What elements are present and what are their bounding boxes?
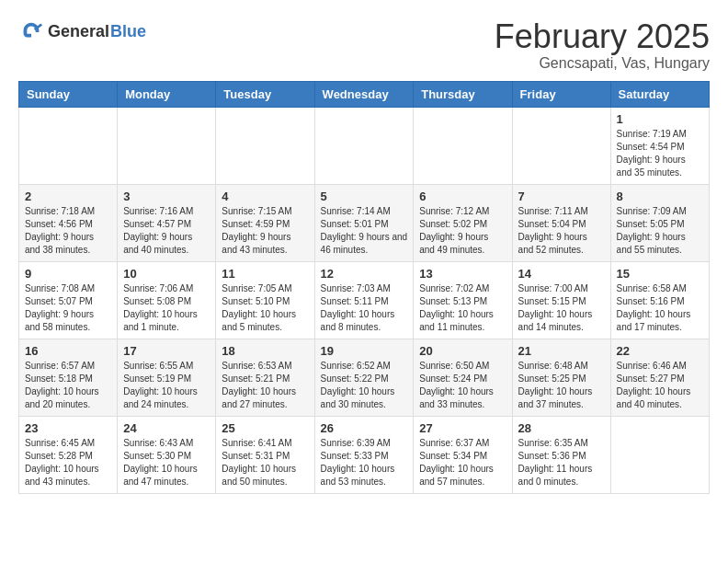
calendar-cell-w4-d0: 23Sunrise: 6:45 AM Sunset: 5:28 PM Dayli… xyxy=(19,416,118,493)
day-info: Sunrise: 6:41 AM Sunset: 5:31 PM Dayligh… xyxy=(222,437,308,488)
calendar-cell-w0-d4 xyxy=(414,107,512,184)
day-number: 17 xyxy=(123,344,210,358)
day-number: 21 xyxy=(518,344,605,358)
header-thursday: Thursday xyxy=(414,81,512,107)
day-info: Sunrise: 6:57 AM Sunset: 5:18 PM Dayligh… xyxy=(25,360,111,411)
day-info: Sunrise: 6:45 AM Sunset: 5:28 PM Dayligh… xyxy=(25,437,111,488)
day-info: Sunrise: 6:53 AM Sunset: 5:21 PM Dayligh… xyxy=(222,360,308,411)
calendar-cell-w1-d1: 3Sunrise: 7:16 AM Sunset: 4:57 PM Daylig… xyxy=(118,184,216,261)
header-monday: Monday xyxy=(118,81,216,107)
week-row-4: 23Sunrise: 6:45 AM Sunset: 5:28 PM Dayli… xyxy=(19,416,710,493)
calendar-cell-w1-d5: 7Sunrise: 7:11 AM Sunset: 5:04 PM Daylig… xyxy=(512,184,610,261)
day-info: Sunrise: 7:19 AM Sunset: 4:54 PM Dayligh… xyxy=(617,128,703,179)
page-container: General Blue February 2025 Gencsapati, V… xyxy=(18,18,710,494)
calendar-cell-w1-d4: 6Sunrise: 7:12 AM Sunset: 5:02 PM Daylig… xyxy=(414,184,512,261)
day-number: 20 xyxy=(419,344,506,358)
day-number: 27 xyxy=(419,421,506,435)
calendar-cell-w1-d6: 8Sunrise: 7:09 AM Sunset: 5:05 PM Daylig… xyxy=(610,184,709,261)
calendar-subtitle: Gencsapati, Vas, Hungary xyxy=(495,55,710,72)
day-info: Sunrise: 7:05 AM Sunset: 5:10 PM Dayligh… xyxy=(222,282,308,334)
day-number: 16 xyxy=(25,344,111,358)
week-row-0: 1Sunrise: 7:19 AM Sunset: 4:54 PM Daylig… xyxy=(19,107,710,184)
day-info: Sunrise: 6:55 AM Sunset: 5:19 PM Dayligh… xyxy=(123,360,210,411)
day-info: Sunrise: 7:11 AM Sunset: 5:04 PM Dayligh… xyxy=(518,205,605,257)
calendar-cell-w2-d6: 15Sunrise: 6:58 AM Sunset: 5:16 PM Dayli… xyxy=(610,261,709,339)
calendar-cell-w3-d1: 17Sunrise: 6:55 AM Sunset: 5:19 PM Dayli… xyxy=(118,339,216,416)
logo-icon xyxy=(18,18,44,44)
day-info: Sunrise: 6:58 AM Sunset: 5:16 PM Dayligh… xyxy=(617,282,703,334)
day-number: 6 xyxy=(419,190,506,203)
calendar-cell-w0-d3 xyxy=(314,107,414,184)
header: General Blue February 2025 Gencsapati, V… xyxy=(18,18,710,72)
header-sunday: Sunday xyxy=(19,81,118,107)
day-number: 9 xyxy=(25,267,111,281)
weekday-header-row: Sunday Monday Tuesday Wednesday Thursday… xyxy=(19,81,710,107)
day-number: 24 xyxy=(123,421,210,435)
day-info: Sunrise: 6:50 AM Sunset: 5:24 PM Dayligh… xyxy=(419,360,506,411)
calendar-cell-w4-d3: 26Sunrise: 6:39 AM Sunset: 5:33 PM Dayli… xyxy=(314,416,414,493)
calendar-cell-w0-d2 xyxy=(216,107,314,184)
header-wednesday: Wednesday xyxy=(314,81,414,107)
day-info: Sunrise: 6:43 AM Sunset: 5:30 PM Dayligh… xyxy=(123,437,210,488)
header-tuesday: Tuesday xyxy=(216,81,314,107)
calendar-cell-w3-d3: 19Sunrise: 6:52 AM Sunset: 5:22 PM Dayli… xyxy=(314,339,414,416)
day-info: Sunrise: 6:35 AM Sunset: 5:36 PM Dayligh… xyxy=(518,437,605,488)
header-saturday: Saturday xyxy=(610,81,709,107)
day-number: 18 xyxy=(222,344,308,358)
day-info: Sunrise: 7:00 AM Sunset: 5:15 PM Dayligh… xyxy=(518,282,605,334)
week-row-3: 16Sunrise: 6:57 AM Sunset: 5:18 PM Dayli… xyxy=(19,339,710,416)
day-info: Sunrise: 7:16 AM Sunset: 4:57 PM Dayligh… xyxy=(123,205,210,257)
calendar-cell-w2-d3: 12Sunrise: 7:03 AM Sunset: 5:11 PM Dayli… xyxy=(314,261,414,339)
calendar-cell-w2-d1: 10Sunrise: 7:06 AM Sunset: 5:08 PM Dayli… xyxy=(118,261,216,339)
calendar-cell-w3-d2: 18Sunrise: 6:53 AM Sunset: 5:21 PM Dayli… xyxy=(216,339,314,416)
day-info: Sunrise: 7:08 AM Sunset: 5:07 PM Dayligh… xyxy=(25,282,111,334)
calendar-cell-w3-d5: 21Sunrise: 6:48 AM Sunset: 5:25 PM Dayli… xyxy=(512,339,610,416)
day-number: 14 xyxy=(518,267,605,281)
day-number: 2 xyxy=(25,190,111,203)
day-info: Sunrise: 6:39 AM Sunset: 5:33 PM Dayligh… xyxy=(321,437,408,488)
calendar-cell-w4-d5: 28Sunrise: 6:35 AM Sunset: 5:36 PM Dayli… xyxy=(512,416,610,493)
calendar-cell-w3-d4: 20Sunrise: 6:50 AM Sunset: 5:24 PM Dayli… xyxy=(414,339,512,416)
calendar-cell-w4-d6 xyxy=(610,416,709,493)
week-row-1: 2Sunrise: 7:18 AM Sunset: 4:56 PM Daylig… xyxy=(19,184,710,261)
calendar-cell-w1-d0: 2Sunrise: 7:18 AM Sunset: 4:56 PM Daylig… xyxy=(19,184,118,261)
day-info: Sunrise: 7:06 AM Sunset: 5:08 PM Dayligh… xyxy=(123,282,210,334)
calendar-cell-w3-d0: 16Sunrise: 6:57 AM Sunset: 5:18 PM Dayli… xyxy=(19,339,118,416)
calendar-cell-w4-d2: 25Sunrise: 6:41 AM Sunset: 5:31 PM Dayli… xyxy=(216,416,314,493)
calendar-header: Sunday Monday Tuesday Wednesday Thursday… xyxy=(19,81,710,107)
day-number: 15 xyxy=(617,267,703,281)
calendar-cell-w2-d2: 11Sunrise: 7:05 AM Sunset: 5:10 PM Dayli… xyxy=(216,261,314,339)
day-number: 19 xyxy=(321,344,408,358)
day-number: 28 xyxy=(518,421,605,435)
day-info: Sunrise: 7:15 AM Sunset: 4:59 PM Dayligh… xyxy=(222,205,308,257)
day-info: Sunrise: 7:09 AM Sunset: 5:05 PM Dayligh… xyxy=(617,205,703,257)
day-number: 25 xyxy=(222,421,308,435)
calendar-cell-w3-d6: 22Sunrise: 6:46 AM Sunset: 5:27 PM Dayli… xyxy=(610,339,709,416)
day-info: Sunrise: 7:02 AM Sunset: 5:13 PM Dayligh… xyxy=(419,282,506,334)
logo-text: General Blue xyxy=(48,22,146,41)
calendar-body: 1Sunrise: 7:19 AM Sunset: 4:54 PM Daylig… xyxy=(19,107,710,493)
day-number: 10 xyxy=(123,267,210,281)
day-number: 11 xyxy=(222,267,308,281)
calendar-cell-w4-d1: 24Sunrise: 6:43 AM Sunset: 5:30 PM Dayli… xyxy=(118,416,216,493)
logo-blue-text: Blue xyxy=(110,22,146,41)
day-info: Sunrise: 6:37 AM Sunset: 5:34 PM Dayligh… xyxy=(419,437,506,488)
calendar-cell-w0-d5 xyxy=(512,107,610,184)
day-number: 1 xyxy=(617,112,703,126)
calendar-cell-w1-d2: 4Sunrise: 7:15 AM Sunset: 4:59 PM Daylig… xyxy=(216,184,314,261)
calendar-title: February 2025 xyxy=(495,18,710,55)
logo-general-text: General xyxy=(48,22,109,41)
day-number: 7 xyxy=(518,190,605,203)
header-friday: Friday xyxy=(512,81,610,107)
calendar-cell-w0-d1 xyxy=(118,107,216,184)
day-info: Sunrise: 7:03 AM Sunset: 5:11 PM Dayligh… xyxy=(321,282,408,334)
day-info: Sunrise: 6:52 AM Sunset: 5:22 PM Dayligh… xyxy=(321,360,408,411)
day-info: Sunrise: 6:48 AM Sunset: 5:25 PM Dayligh… xyxy=(518,360,605,411)
day-number: 5 xyxy=(321,190,408,203)
title-section: February 2025 Gencsapati, Vas, Hungary xyxy=(495,18,710,72)
day-number: 8 xyxy=(617,190,703,203)
day-number: 13 xyxy=(419,267,506,281)
calendar-cell-w4-d4: 27Sunrise: 6:37 AM Sunset: 5:34 PM Dayli… xyxy=(414,416,512,493)
day-number: 12 xyxy=(321,267,408,281)
week-row-2: 9Sunrise: 7:08 AM Sunset: 5:07 PM Daylig… xyxy=(19,261,710,339)
